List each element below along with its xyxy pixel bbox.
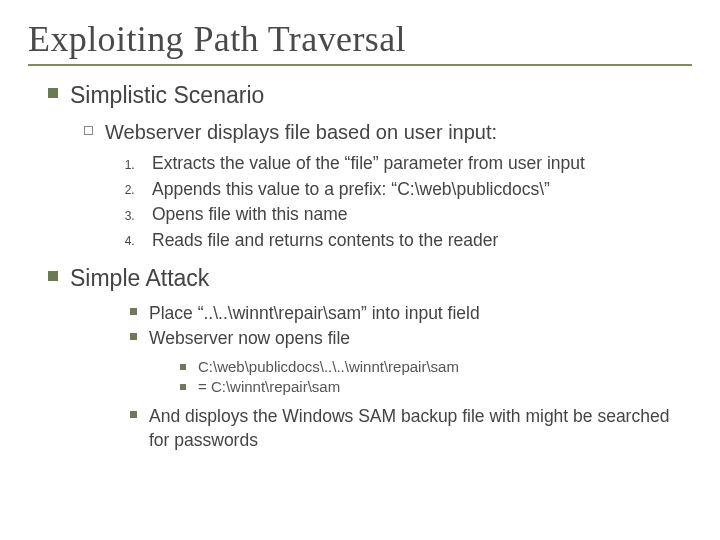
square-bullet-icon (130, 308, 137, 315)
bullet-text: And disploys the Windows SAM backup file… (149, 405, 692, 452)
step-item: Appends this value to a prefix: “C:\web\… (138, 178, 692, 202)
bullet-text: Webserver displays file based on user in… (105, 119, 692, 146)
square-bullet-icon (180, 364, 186, 370)
bullet-opens-file: Webserver now opens file (130, 327, 692, 351)
step-item: Opens file with this name (138, 203, 692, 227)
step-text: Opens file with this name (152, 204, 348, 224)
step-item: Extracts the value of the “file” paramet… (138, 152, 692, 176)
square-bullet-icon (130, 333, 137, 340)
step-text: Appends this value to a prefix: “C:\web\… (152, 179, 550, 199)
bullet-conclusion: And disploys the Windows SAM backup file… (130, 405, 692, 452)
bullet-text: = C:\winnt\repair\sam (198, 377, 692, 397)
step-text: Extracts the value of the “file” paramet… (152, 153, 585, 173)
bullet-simplistic-scenario: Simplistic Scenario (48, 80, 692, 111)
square-bullet-icon (130, 411, 137, 418)
bullet-simple-attack: Simple Attack (48, 263, 692, 294)
bullet-text: Webserver now opens file (149, 327, 692, 351)
bullet-place-input: Place “..\..\winnt\repair\sam” into inpu… (130, 302, 692, 326)
slide: Exploiting Path Traversal Simplistic Sce… (0, 0, 720, 540)
bullet-text: Simplistic Scenario (70, 80, 692, 111)
steps-list: Extracts the value of the “file” paramet… (138, 152, 692, 253)
square-bullet-icon (48, 88, 58, 98)
bullet-text: Simple Attack (70, 263, 692, 294)
title-underline (28, 64, 692, 66)
bullet-webserver-intro: Webserver displays file based on user in… (84, 119, 692, 146)
page-title: Exploiting Path Traversal (28, 18, 692, 60)
bullet-path-after: = C:\winnt\repair\sam (180, 377, 692, 397)
hollow-square-bullet-icon (84, 126, 93, 135)
square-bullet-icon (180, 384, 186, 390)
bullet-text: Place “..\..\winnt\repair\sam” into inpu… (149, 302, 692, 326)
step-text: Reads file and returns contents to the r… (152, 230, 498, 250)
bullet-text: C:\web\publicdocs\..\..\winnt\repair\sam (198, 357, 692, 377)
step-item: Reads file and returns contents to the r… (138, 229, 692, 253)
bullet-path-before: C:\web\publicdocs\..\..\winnt\repair\sam (180, 357, 692, 377)
square-bullet-icon (48, 271, 58, 281)
